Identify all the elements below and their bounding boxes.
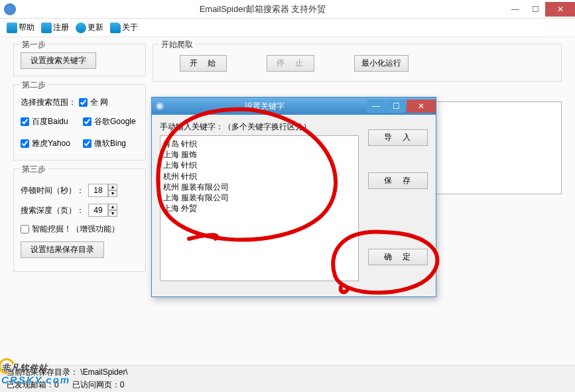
baidu-item[interactable]: 百度Baidu xyxy=(21,116,76,127)
path-value: \EmailSpider\ xyxy=(80,367,127,377)
crawl-title: 开始爬取 xyxy=(159,39,196,50)
pause-stepper[interactable]: ▲▼ xyxy=(88,184,117,197)
help-button[interactable]: 帮助 xyxy=(7,22,34,33)
keywords-textarea[interactable] xyxy=(160,135,359,281)
baidu-checkbox[interactable] xyxy=(21,117,29,126)
all-checkbox[interactable] xyxy=(79,98,88,107)
dialog-label: 手动输入关键字：（多个关键字换行区分） xyxy=(160,121,359,133)
dialog-maximize-button[interactable]: ☐ xyxy=(387,99,405,113)
toolbar: 帮助 注册 更新 关于 xyxy=(0,19,575,37)
dialog-title: 设置关键字 xyxy=(164,101,365,112)
minimize-run-button[interactable]: 最小化运行 xyxy=(354,55,409,72)
google-item[interactable]: 谷歌Google xyxy=(83,116,139,127)
depth-down[interactable]: ▼ xyxy=(108,210,117,217)
step3-title: 第三步 xyxy=(19,164,48,175)
register-icon xyxy=(41,23,52,33)
yahoo-checkbox[interactable] xyxy=(21,139,29,148)
depth-label: 搜索深度（页）： xyxy=(21,205,84,216)
keyword-dialog: 设置关键字 — ☐ ✕ 手动输入关键字：（多个关键字换行区分） 导 入 保 存 … xyxy=(151,97,436,297)
help-label: 帮助 xyxy=(19,22,34,33)
step1-title: 第一步 xyxy=(19,39,48,50)
update-button[interactable]: 更新 xyxy=(76,22,103,33)
minimize-button[interactable]: — xyxy=(505,2,525,17)
ok-button[interactable]: 确 定 xyxy=(368,249,428,265)
about-button[interactable]: 关于 xyxy=(110,22,138,33)
save-dir-button[interactable]: 设置结果保存目录 xyxy=(21,241,104,258)
bing-checkbox[interactable] xyxy=(83,139,92,148)
bing-item[interactable]: 微软Bing xyxy=(83,138,139,149)
save-button[interactable]: 保 存 xyxy=(368,172,428,189)
all-label: 全 网 xyxy=(90,97,108,108)
step2-group: 第二步 选择搜索范围： 全 网 百度Baidu 谷歌Google 雅虎Yahoo… xyxy=(13,84,146,161)
dialog-minimize-button[interactable]: — xyxy=(367,99,385,113)
window-title: EmailSpider邮箱搜索器 支持外贸 xyxy=(20,3,505,15)
crawl-group: 开始爬取 开 始 停 止 最小化运行 xyxy=(153,44,562,82)
visited-count: 0 xyxy=(120,380,125,389)
update-icon xyxy=(76,23,86,33)
dialog-icon xyxy=(156,102,164,110)
set-keywords-button[interactable]: 设置搜索关键字 xyxy=(21,52,96,69)
help-icon xyxy=(7,23,17,33)
watermark: 非凡软件站 CRSKY.com xyxy=(1,362,70,385)
stop-button[interactable]: 停 止 xyxy=(267,55,314,72)
google-checkbox[interactable] xyxy=(83,117,92,126)
about-icon xyxy=(110,23,121,33)
about-label: 关于 xyxy=(122,22,138,33)
close-button[interactable]: ✕ xyxy=(545,2,575,17)
depth-stepper[interactable]: ▲▼ xyxy=(88,204,117,217)
app-icon xyxy=(4,3,16,15)
step2-title: 第二步 xyxy=(19,80,48,91)
statusbar: 当前结果保存目录： \EmailSpider\ 已发现邮箱：0 已访问网页：0 xyxy=(0,365,575,392)
window-titlebar: EmailSpider邮箱搜索器 支持外贸 — ☐ ✕ xyxy=(0,0,575,19)
register-label: 注册 xyxy=(53,22,69,33)
pause-input[interactable] xyxy=(88,184,108,197)
smart-label: 智能挖掘！（增强功能） xyxy=(32,224,119,235)
depth-up[interactable]: ▲ xyxy=(108,204,117,210)
step1-group: 第一步 设置搜索关键字 xyxy=(13,44,146,76)
pause-down[interactable]: ▼ xyxy=(108,190,117,197)
depth-input[interactable] xyxy=(88,204,108,217)
register-button[interactable]: 注册 xyxy=(41,22,69,33)
yahoo-item[interactable]: 雅虎Yahoo xyxy=(21,138,76,149)
smart-item[interactable]: 智能挖掘！（增强功能） xyxy=(21,224,139,235)
pause-up[interactable]: ▲ xyxy=(108,184,117,190)
smart-checkbox[interactable] xyxy=(21,225,29,233)
watermark-line2: CRSKY.com xyxy=(1,374,70,385)
dialog-titlebar[interactable]: 设置关键字 — ☐ ✕ xyxy=(152,98,436,115)
import-button[interactable]: 导 入 xyxy=(368,129,428,146)
start-button[interactable]: 开 始 xyxy=(180,55,227,72)
dialog-close-button[interactable]: ✕ xyxy=(407,99,436,113)
update-label: 更新 xyxy=(88,22,103,33)
maximize-button[interactable]: ☐ xyxy=(525,2,545,17)
step3-group: 第三步 停顿时间（秒）： ▲▼ 搜索深度（页）： ▲▼ 智能挖掘！（增强功能） xyxy=(13,168,146,272)
scope-label: 选择搜索范围： xyxy=(21,97,76,108)
pause-label: 停顿时间（秒）： xyxy=(21,185,84,196)
